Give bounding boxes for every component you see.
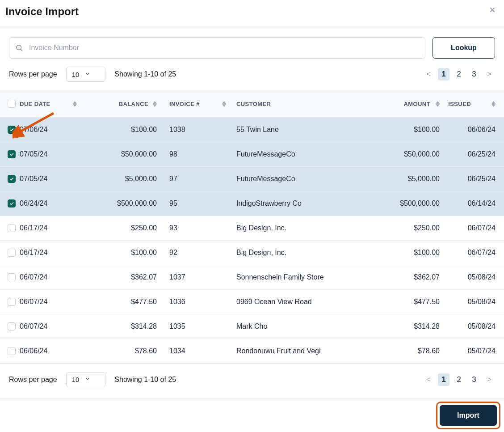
table-row[interactable]: 07/05/24 $50,000.00 98 FutureMessageCo $… — [0, 142, 504, 167]
column-balance-label: BALANCE — [119, 101, 148, 107]
svg-point-0 — [17, 45, 21, 50]
cell-issued: 06/14/24 — [449, 199, 500, 208]
cell-amount: $50,000.00 — [370, 150, 449, 158]
table-row[interactable]: 07/06/24 $100.00 1038 55 Twin Lane $100.… — [0, 118, 504, 142]
cell-balance: $50,000.00 — [93, 150, 169, 158]
cell-due-date: 07/05/24 — [20, 150, 93, 158]
cell-amount: $500,000.00 — [370, 199, 449, 208]
row-checkbox[interactable] — [8, 150, 16, 158]
page-2[interactable]: 2 — [453, 373, 465, 386]
cell-due-date: 06/07/24 — [20, 322, 93, 330]
column-amount-label: AMOUNT — [404, 101, 430, 107]
row-checkbox[interactable] — [8, 249, 16, 257]
lookup-button[interactable]: Lookup — [433, 37, 495, 59]
table-row[interactable]: 06/17/24 $100.00 92 Big Design, Inc. $10… — [0, 241, 504, 265]
select-all-checkbox[interactable] — [8, 100, 16, 108]
column-balance[interactable]: BALANCE — [93, 101, 169, 107]
rows-per-page-select[interactable]: 10 — [66, 372, 106, 387]
row-checkbox[interactable] — [8, 126, 16, 134]
row-checkbox[interactable] — [8, 175, 16, 183]
cell-balance: $250.00 — [93, 224, 169, 232]
cell-invoice: 1036 — [169, 298, 236, 306]
column-invoice[interactable]: INVOICE # — [169, 101, 236, 107]
table-row[interactable]: 06/06/24 $78.60 1034 Rondonuwu Fruit and… — [0, 339, 504, 364]
cell-issued: 06/07/24 — [449, 249, 500, 257]
cell-invoice: 95 — [169, 199, 236, 208]
close-icon — [488, 6, 496, 16]
pager-top: Rows per page 10 Showing 1-10 of 25 < 1 … — [0, 67, 504, 90]
cell-invoice: 97 — [169, 175, 236, 183]
column-due-date-label: DUE DATE — [20, 101, 50, 107]
page-2[interactable]: 2 — [453, 68, 465, 80]
cell-customer: FutureMessageCo — [236, 150, 370, 158]
page-3[interactable]: 3 — [468, 373, 480, 386]
column-invoice-label: INVOICE # — [169, 101, 200, 107]
cell-balance: $314.28 — [93, 322, 169, 330]
cell-invoice: 1037 — [169, 273, 236, 281]
pagination-top: < 1 2 3 > — [423, 68, 495, 80]
table-header: DUE DATE BALANCE INVOICE # CUSTOMER AMOU — [0, 90, 504, 118]
table-row[interactable]: 06/07/24 $477.50 1036 0969 Ocean View Ro… — [0, 290, 504, 314]
cell-issued: 06/25/24 — [449, 150, 500, 158]
column-issued[interactable]: ISSUED — [449, 101, 500, 107]
cell-amount: $5,000.00 — [370, 175, 449, 183]
page-next[interactable]: > — [483, 68, 495, 80]
cell-balance: $78.60 — [93, 347, 169, 355]
cell-due-date: 07/06/24 — [20, 126, 93, 134]
cell-due-date: 06/07/24 — [20, 273, 93, 281]
row-checkbox[interactable] — [8, 224, 16, 232]
page-next[interactable]: > — [483, 373, 495, 386]
rows-per-page-label: Rows per page — [9, 70, 57, 78]
cell-due-date: 06/17/24 — [20, 224, 93, 232]
import-button[interactable]: Import — [440, 405, 497, 426]
cell-customer: IndigoStrawberry Co — [236, 199, 370, 208]
rows-per-page-select[interactable]: 10 — [66, 67, 106, 82]
row-checkbox[interactable] — [8, 199, 16, 208]
column-customer-label: CUSTOMER — [236, 101, 271, 107]
footer: Import — [0, 398, 504, 432]
cell-due-date: 06/17/24 — [20, 249, 93, 257]
table-row[interactable]: 06/07/24 $362.07 1037 Sonnenschein Famil… — [0, 265, 504, 290]
cell-customer: Mark Cho — [236, 322, 370, 330]
page-3[interactable]: 3 — [468, 68, 480, 80]
cell-issued: 06/06/24 — [449, 126, 500, 134]
cell-balance: $5,000.00 — [93, 175, 169, 183]
cell-customer: FutureMessageCo — [236, 175, 370, 183]
chevron-down-icon — [84, 376, 91, 383]
sort-icon — [436, 101, 440, 107]
cell-amount: $477.50 — [370, 298, 449, 306]
page-1[interactable]: 1 — [438, 373, 449, 386]
cell-invoice: 1038 — [169, 126, 236, 134]
pagination-bottom: < 1 2 3 > — [423, 373, 495, 386]
column-issued-label: ISSUED — [448, 101, 471, 107]
column-due-date[interactable]: DUE DATE — [20, 101, 93, 107]
row-checkbox[interactable] — [8, 347, 16, 355]
cell-customer: 0969 Ocean View Road — [236, 298, 370, 306]
row-checkbox[interactable] — [8, 322, 16, 330]
invoice-number-input[interactable] — [9, 37, 425, 59]
rows-per-page-value: 10 — [72, 71, 80, 78]
cell-due-date: 07/05/24 — [20, 175, 93, 183]
sort-icon — [153, 101, 157, 107]
table-row[interactable]: 06/07/24 $314.28 1035 Mark Cho $314.28 0… — [0, 314, 504, 339]
cell-balance: $100.00 — [93, 126, 169, 134]
cell-balance: $500,000.00 — [93, 199, 169, 208]
page-prev[interactable]: < — [423, 373, 434, 386]
close-button[interactable] — [486, 4, 499, 17]
table-row[interactable]: 07/05/24 $5,000.00 97 FutureMessageCo $5… — [0, 167, 504, 191]
import-button-highlight: Import — [436, 402, 500, 429]
page-1[interactable]: 1 — [438, 68, 449, 80]
column-customer[interactable]: CUSTOMER — [236, 101, 370, 107]
column-amount[interactable]: AMOUNT — [370, 101, 449, 107]
sort-icon — [222, 101, 226, 107]
row-checkbox[interactable] — [8, 298, 16, 306]
cell-invoice: 92 — [169, 249, 236, 257]
rows-per-page-label: Rows per page — [9, 376, 57, 384]
cell-issued: 05/08/24 — [449, 273, 500, 281]
table-row[interactable]: 06/24/24 $500,000.00 95 IndigoStrawberry… — [0, 191, 504, 216]
row-checkbox[interactable] — [8, 273, 16, 281]
cell-customer: 55 Twin Lane — [236, 126, 370, 134]
cell-issued: 05/08/24 — [449, 298, 500, 306]
page-prev[interactable]: < — [423, 68, 434, 80]
table-row[interactable]: 06/17/24 $250.00 93 Big Design, Inc. $25… — [0, 216, 504, 241]
